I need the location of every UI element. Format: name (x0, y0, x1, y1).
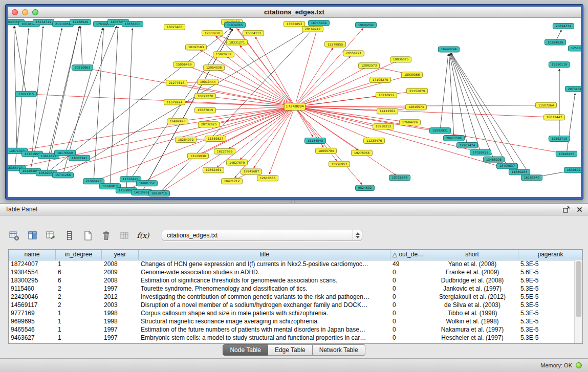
graph-node[interactable]: 11679924 (164, 99, 185, 105)
graph-node[interactable]: 15520118 (549, 62, 570, 68)
column-header-name[interactable]: name (9, 250, 56, 260)
table-row[interactable]: 2242004622012Investigating the contribut… (9, 293, 575, 301)
graph-node[interactable]: 12082573 (358, 63, 379, 69)
close-window-icon[interactable] (12, 9, 18, 15)
graph-node[interactable]: 16715904 (308, 20, 329, 26)
graph-node[interactable]: 17105275 (369, 77, 390, 83)
graph-node[interactable]: 14412562 (377, 108, 398, 114)
network-window-titlebar[interactable]: citations_edges.txt (8, 7, 581, 18)
graph-node[interactable]: 18838715 (148, 191, 169, 196)
table-row[interactable]: 911546021997Tourette syndrome. Phenomeno… (9, 285, 575, 293)
graph-node[interactable]: 21277618 (166, 80, 187, 85)
graph-node[interactable]: 11507264 (535, 102, 556, 108)
graph-node[interactable]: 11238476 (363, 138, 384, 143)
graph-node[interactable]: 11082341 (69, 155, 90, 161)
graph-node[interactable]: 15938366 (401, 72, 422, 78)
network-canvas-area[interactable]: 1724069416604112183312711582023712954038… (8, 18, 581, 197)
graph-node[interactable]: 19562718 (549, 136, 570, 142)
graph-node[interactable]: 20731849 (565, 86, 581, 92)
column-header-pagerank[interactable]: pagerank (518, 250, 582, 260)
graph-node[interactable]: 12903474 (456, 142, 477, 148)
graph-node[interactable]: 18710912 (376, 92, 397, 98)
graph-node[interactable]: 15378855 (324, 41, 345, 47)
graph-node[interactable]: 11650283 (509, 169, 530, 175)
graph-node[interactable]: 14627879 (226, 160, 247, 165)
graph-node[interactable]: 15731266 (52, 172, 73, 178)
graph-node[interactable]: 10284539 (545, 39, 565, 45)
graph-node[interactable]: 18331271 (226, 39, 247, 45)
graph-node[interactable]: 16183940 (521, 175, 542, 181)
graph-node[interactable]: 20732625 (198, 122, 219, 127)
graph-node[interactable]: 20169247 (302, 26, 323, 32)
table-settings-button[interactable] (7, 229, 21, 243)
graph-node[interactable]: 18176549 (54, 150, 75, 156)
graph-node[interactable]: 19278066 (351, 150, 372, 156)
column-header-year[interactable]: year (102, 250, 139, 260)
row-options-button[interactable] (62, 229, 76, 243)
graph-node[interactable]: 15396027 (564, 167, 581, 173)
graph-node[interactable]: 10471712 (221, 179, 242, 184)
graph-node[interactable]: 18284072 (175, 137, 196, 143)
graph-node[interactable]: 19013444 (197, 79, 218, 84)
graph-node[interactable]: 18556300 (122, 21, 143, 27)
graph-node[interactable]: 12518360 (568, 46, 581, 51)
graph-node[interactable]: 10948156 (556, 151, 577, 157)
table-row[interactable]: 1456911722003Disruption of a novel membe… (9, 301, 575, 309)
zoom-window-icon[interactable] (32, 9, 38, 15)
graph-node[interactable]: 19565618 (202, 30, 223, 36)
select-columns-button[interactable] (26, 229, 39, 243)
graph-node[interactable]: 18023486 (164, 24, 185, 30)
tab-edge-table[interactable]: Edge Table (268, 344, 313, 356)
graph-node[interactable]: 20894374 (553, 23, 574, 29)
graph-node[interactable]: 18409637 (496, 163, 517, 169)
graph-node[interactable]: 15082931 (429, 128, 450, 134)
table-row[interactable]: 946362711997Embryonic stem cells: a mode… (9, 334, 575, 342)
table-row[interactable]: 1938455462009Genome-wide association stu… (9, 268, 575, 276)
table-network-select[interactable]: citations_edges.txt (162, 230, 362, 241)
table-row[interactable]: 946554611997Estimation of the future num… (9, 325, 575, 334)
graph-node[interactable]: 16604112 (243, 30, 264, 36)
function-builder-button[interactable]: f(x) (136, 229, 150, 243)
edit-columns-button[interactable] (44, 229, 58, 243)
graph-node[interactable]: 17093315 (15, 91, 36, 97)
column-header-out_de[interactable]: △ out_de… (390, 250, 426, 260)
graph-node[interactable]: 10725648 (389, 175, 410, 181)
graph-node[interactable]: 13468205 (483, 157, 504, 162)
column-header-in_degree[interactable]: in_degree (56, 250, 102, 260)
graph-node[interactable]: 15184540 (304, 138, 325, 143)
graph-node[interactable]: 11934065 (224, 22, 245, 28)
graph-node[interactable]: 15234719 (33, 19, 54, 25)
graph-node[interactable]: 16227866 (214, 148, 235, 154)
graph-node[interactable]: 17026859 (470, 149, 491, 155)
graph-node[interactable]: 19694502 (355, 22, 376, 28)
graph-node[interactable]: 20510863 (72, 65, 93, 71)
graph-node[interactable]: 15820237 (213, 52, 234, 57)
graph-node[interactable]: 18945687 (241, 169, 262, 174)
graph-node[interactable]: 15687015 (194, 107, 215, 113)
graph-node[interactable]: 16448794 (438, 47, 459, 52)
graph-node[interactable]: 10996957 (329, 161, 350, 167)
import-table-button[interactable] (118, 229, 132, 243)
graph-node[interactable]: 17684226 (399, 120, 420, 125)
tab-network-table[interactable]: Network Table (313, 344, 365, 356)
close-panel-icon[interactable] (576, 206, 583, 213)
table-row[interactable]: 969969511998Structural magnetic resonanc… (9, 317, 575, 325)
graph-node[interactable]: 12610566 (257, 176, 278, 181)
graph-node[interactable]: 18955794 (315, 148, 336, 154)
graph-node[interactable]: 17240694 (284, 103, 305, 111)
graph-node[interactable]: 11839827 (205, 136, 226, 142)
graph-node[interactable]: 10836075 (390, 57, 411, 62)
graph-node[interactable]: 19862461 (203, 167, 224, 173)
graph-node[interactable]: 15056469 (173, 62, 194, 68)
graph-node[interactable]: 10892270 (194, 93, 215, 99)
graph-node[interactable]: 21068493 (83, 179, 104, 184)
graph-node[interactable]: 16881352 (136, 181, 157, 186)
column-header-short[interactable]: short (426, 250, 518, 260)
graph-node[interactable]: 13129930 (187, 153, 208, 159)
graph-node[interactable]: 16072447 (543, 115, 564, 120)
graph-node[interactable]: 21152079 (406, 88, 427, 94)
graph-node[interactable]: 20556721 (343, 51, 364, 56)
graph-node[interactable]: 16492493 (167, 119, 188, 124)
table-row[interactable]: 1830029562008Estimation of significance … (9, 276, 575, 285)
network-canvas[interactable]: 1724069416604112183312711582023712954038… (8, 18, 581, 197)
